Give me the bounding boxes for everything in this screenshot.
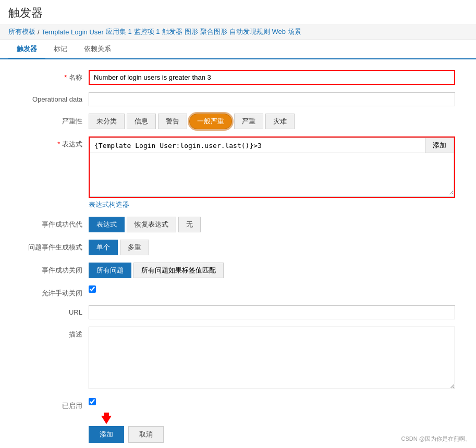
action-label-spacer [21,418,89,421]
expression-textarea[interactable] [90,153,454,195]
expression-row: 表达式 添加 表达式构造器 [21,136,455,209]
add-button-container: 添加 [89,426,124,443]
operational-data-input[interactable] [89,92,455,106]
ok-event-expression[interactable]: 表达式 [89,217,125,232]
tab-dependency[interactable]: 依赖关系 [76,40,119,59]
breadcrumb-app-set[interactable]: 应用集 1 [106,27,132,36]
enabled-content [89,398,455,405]
tab-mark[interactable]: 标记 [45,40,76,59]
ok-close-content: 所有问题 所有问题如果标签值匹配 [89,263,455,278]
allow-manual-content [89,285,455,293]
expression-builder-link[interactable]: 表达式构造器 [89,198,455,209]
watermark: CSDN @因为你是在煎啊、 [401,435,471,443]
ok-close-all[interactable]: 所有问题 [89,263,131,278]
breadcrumb: 所有模板 / Template Login User 应用集 1 监控项 1 触… [0,24,476,40]
ok-event-recovery[interactable]: 恢复表达式 [127,217,176,232]
sev-unclassified[interactable]: 未分类 [89,114,125,129]
problem-gen-label: 问题事件生成模式 [21,240,89,252]
sev-warning[interactable]: 警告 [158,114,187,129]
enabled-row: 已启用 [21,398,455,410]
sev-high[interactable]: 严重 [234,114,263,129]
ok-close-label: 事件成功关闭 [21,263,89,275]
description-textarea[interactable] [89,327,455,389]
url-content [89,305,455,319]
description-row: 描述 [21,327,455,391]
expression-content: 添加 表达式构造器 [89,136,455,209]
ok-close-tag-match[interactable]: 所有问题如果标签值匹配 [133,263,224,278]
tab-trigger[interactable]: 触发器 [8,40,45,59]
problem-gen-multiple[interactable]: 多重 [120,240,149,255]
sev-average[interactable]: 一般严重 [189,114,232,129]
breadcrumb-trigger[interactable]: 触发器 [162,27,182,36]
ok-event-row: 事件成功代代 表达式 恢复表达式 无 [21,217,455,232]
sev-disaster[interactable]: 灾难 [265,114,295,129]
problem-gen-content: 单个 多重 [89,240,455,255]
ok-close-row: 事件成功关闭 所有问题 所有问题如果标签值匹配 [21,263,455,278]
form: 名称 Operational data 严重性 未分类 信息 警告 一般严重 严… [0,59,476,448]
problem-gen-row: 问题事件生成模式 单个 多重 [21,240,455,255]
name-input[interactable] [90,71,454,84]
url-input[interactable] [89,305,455,319]
severity-buttons: 未分类 信息 警告 一般严重 严重 灾难 [89,114,455,129]
arrow-indicator [101,413,112,426]
allow-manual-row: 允许手动关闭 [21,285,455,298]
severity-content: 未分类 信息 警告 一般严重 严重 灾难 [89,114,455,129]
name-input-wrapper [89,70,455,85]
expression-add-button[interactable]: 添加 [425,138,454,153]
breadcrumb-auto-discovery[interactable]: 自动发现规则 [229,27,270,36]
ok-close-buttons: 所有问题 所有问题如果标签值匹配 [89,263,455,278]
enabled-checkbox[interactable] [89,398,96,405]
url-label: URL [21,305,89,316]
breadcrumb-graph[interactable]: 图形 [185,27,198,36]
breadcrumb-template-login-user[interactable]: Template Login User [42,28,104,36]
breadcrumb-aggregate-graph[interactable]: 聚合图形 [200,27,227,36]
operational-data-content [89,92,455,106]
url-row: URL [21,305,455,319]
problem-gen-single[interactable]: 单个 [89,240,118,255]
problem-gen-buttons: 单个 多重 [89,240,455,255]
action-row: 添加 取消 [21,418,455,443]
down-arrow-icon [101,413,112,424]
allow-manual-checkbox[interactable] [89,285,96,293]
ok-event-content: 表达式 恢复表达式 无 [89,217,455,232]
name-content [89,70,455,85]
action-content: 添加 取消 [89,418,455,443]
description-content [89,327,455,391]
allow-manual-label: 允许手动关闭 [21,285,89,298]
expression-label: 表达式 [21,136,89,149]
breadcrumb-monitor-item[interactable]: 监控项 1 [134,27,160,36]
name-row: 名称 [21,70,455,85]
operational-data-row: Operational data [21,92,455,106]
page-title: 触发器 [0,0,476,24]
cancel-button[interactable]: 取消 [128,426,164,443]
expression-outer-wrapper: 添加 [89,136,455,198]
tab-bar: 触发器 标记 依赖关系 [0,40,476,59]
ok-event-label: 事件成功代代 [21,217,89,229]
expression-container: 添加 [90,138,454,197]
operational-data-label: Operational data [21,92,89,103]
description-label: 描述 [21,327,89,339]
add-button[interactable]: 添加 [89,426,124,443]
breadcrumb-web-scene[interactable]: Web 场景 [272,27,301,36]
ok-event-buttons: 表达式 恢复表达式 无 [89,217,455,232]
expression-first-line: 添加 [90,138,454,153]
ok-event-none[interactable]: 无 [178,217,201,232]
breadcrumb-sep-1: / [38,28,40,36]
severity-label: 严重性 [21,114,89,126]
action-buttons: 添加 取消 [89,426,455,443]
enabled-label: 已启用 [21,398,89,410]
expression-input[interactable] [90,138,425,153]
name-label: 名称 [21,70,89,82]
sev-info[interactable]: 信息 [127,114,156,129]
breadcrumb-all-templates[interactable]: 所有模板 [8,27,35,36]
svg-marker-0 [101,413,112,424]
severity-row: 严重性 未分类 信息 警告 一般严重 严重 灾难 [21,114,455,129]
